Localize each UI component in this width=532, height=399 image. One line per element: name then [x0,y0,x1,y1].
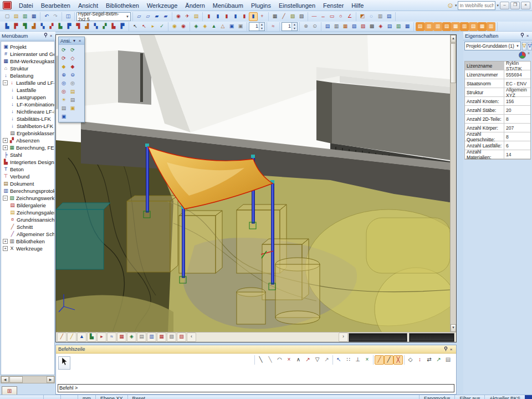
crossing-snap-icon[interactable]: ╳ [393,355,403,365]
view-plane-icon[interactable]: ◇ [68,54,77,63]
close-icon[interactable]: × [48,33,54,38]
flag-icon[interactable]: ▸ [149,22,157,31]
tree-item[interactable]: TBeton [1,166,54,173]
view-perspective-icon[interactable]: ▰ [161,12,170,21]
menu-item[interactable]: Bearbeiten [37,2,74,9]
select-cursor-icon[interactable]: ↖ [131,22,140,31]
scale-spinner-2[interactable]: 1 ▲▼ [282,22,298,31]
close-icon[interactable]: × [525,33,530,38]
property-row[interactable]: Lizenznummer555694 [465,70,530,79]
geometry-tool-icon[interactable]: ▛ [65,22,74,31]
deformation-scale-icon[interactable]: ≈ [269,22,278,31]
tree-item[interactable]: ↓Nichtlineare LF-Kombinationen [1,108,54,115]
snap-vector-icon[interactable]: ↗ [322,355,331,365]
property-row[interactable]: Anzahl Knoten:156 [465,97,530,106]
report-icon[interactable]: ▣ [227,22,236,31]
tree-item[interactable]: ▤Bildergalerie [1,202,54,209]
midpoint-snap-icon[interactable]: ╱ [375,355,384,365]
menu-item[interactable]: Fenster [319,2,347,9]
flag-icon[interactable]: ▸ [97,332,106,342]
preview-icon[interactable]: ◈ [376,22,385,31]
open-icon[interactable]: ▤ [12,12,21,21]
snap-triangle-icon[interactable]: ▽ [313,355,322,365]
geometry-tool-icon[interactable]: ▙ [3,22,12,31]
geometry-tool-icon[interactable]: ▚ [91,22,100,31]
tree-item[interactable]: ⌂Struktur [1,65,54,72]
menu-item[interactable]: Hilfe [347,2,367,9]
report-icon[interactable]: ▣ [236,22,245,31]
drawings-icon[interactable]: ▦ [403,22,412,31]
help-dropdown-icon[interactable]: ▾ [455,3,457,8]
scrollbar-thumb[interactable] [451,43,456,83]
strip-scroll-left[interactable]: ‹ [187,332,196,342]
beam-section-icon[interactable]: ▮ [240,12,249,21]
geometry-tool-icon[interactable]: ▛ [118,22,127,31]
plot-icon[interactable]: ▲ [77,332,86,342]
select-region-icon[interactable]: ↖ [140,22,149,31]
layers-icon[interactable]: ▤ [137,332,146,342]
node-snap-icon[interactable]: ◇ [406,355,415,365]
tree-item[interactable]: ▦BIM-Werkzeugkasten [1,58,54,65]
geometry-tool-icon[interactable]: ▛ [12,22,21,31]
search-dropdown-icon[interactable]: ▾ [497,3,499,8]
tree-horizontal-scrollbar[interactable]: ◀ ▶ [1,376,55,383]
chevron-down-icon[interactable]: ▾ [71,38,77,43]
draft-pencil2-icon[interactable]: ╱ [67,332,76,342]
expand-toggle-icon[interactable]: − [3,196,8,201]
tree-item[interactable]: ↓Lastfälle [1,86,54,94]
preset-select[interactable]: Projekt-Grunddaten (1) ▼ [464,42,521,50]
help-smiley-icon[interactable]: ☺ [447,2,454,9]
part-folder-icon[interactable]: ▦ [451,22,460,31]
property-row[interactable]: Anzahl 2D-Teile:8 [465,115,530,124]
tree-item[interactable]: ▤Dokument [1,180,54,187]
tree-item[interactable]: #Linienraster und Geschosse [1,50,54,58]
sections-icon[interactable]: ▨ [177,332,186,342]
find-icon[interactable]: ◌ [367,12,376,21]
part-folder-icon[interactable]: ▥ [433,22,442,31]
tree-item[interactable]: ↓Stabilitäts-LFK [1,115,54,122]
rendered-icon[interactable]: ▣ [59,112,68,121]
scale-spinner-1[interactable]: 1 ▲▼ [249,22,265,31]
part-folder-icon[interactable]: ▥ [487,22,495,31]
filter-display2-icon[interactable]: ▧ [297,12,306,21]
tree-item[interactable]: ↓Belastung [1,72,54,79]
beam-section-icon[interactable]: ▮ [204,12,213,21]
geometry-tool-icon[interactable]: ▞ [100,22,109,31]
geometry-tool-icon[interactable]: ▞ [47,22,56,31]
angle-icon[interactable]: ∠ [345,12,354,21]
pie-chart-icon[interactable] [519,52,526,59]
annotate-icon[interactable]: ╱ [279,12,288,21]
geometry-tool-icon[interactable]: ▟ [83,22,91,31]
snap-vertex-icon[interactable]: ∧ [294,355,303,365]
scroll-right-icon[interactable]: ▶ [47,376,54,383]
tree-item[interactable]: +▞Absenzen [1,137,54,144]
spinner-buttons[interactable]: ▲▼ [259,23,264,30]
part-folder-icon[interactable]: ▤ [442,22,451,31]
geometry-tool-icon[interactable]: ▜ [74,22,83,31]
part-folder-icon[interactable]: ▥ [424,22,433,31]
tree-item[interactable]: ▣Projekt [1,43,54,50]
property-row[interactable]: StrukturAllgemein XYZ [465,88,530,97]
draw-circle-icon[interactable]: ○ [336,12,345,21]
spin-up-icon[interactable]: ▲ [259,23,264,27]
geometry-tool-icon[interactable]: ▟ [29,22,38,31]
part-folder-icon[interactable]: ▤ [416,22,424,31]
hide-elements-icon[interactable]: ◉ [179,22,188,31]
parts-icon[interactable]: ▥ [376,12,385,21]
snap-delete-icon[interactable]: × [284,355,294,365]
save-icon[interactable]: ▦ [29,12,38,21]
table-browser-icon[interactable]: ▤ [385,22,394,31]
property-row[interactable]: LizenznameRyklin STATIK [465,62,530,70]
new-drawing-icon[interactable]: ▤ [192,12,201,21]
tree-item[interactable]: +XWerkzeuge [1,245,54,252]
scroll-left-icon[interactable]: ◀ [1,376,9,383]
parts-icon[interactable]: ▧ [167,332,176,342]
menu-item[interactable]: Menübaum [209,2,247,9]
table-icon[interactable]: ◈ [201,22,209,31]
split-window-icon[interactable]: ◫ [64,12,73,21]
draw-line-icon[interactable]: — [310,12,319,21]
tree-item[interactable]: ▥Berechnungsprotokoll [1,187,54,195]
pin-icon[interactable] [43,33,48,39]
grid-icon[interactable]: ▦ [117,332,126,342]
settings-icon[interactable]: ▩ [367,22,376,31]
